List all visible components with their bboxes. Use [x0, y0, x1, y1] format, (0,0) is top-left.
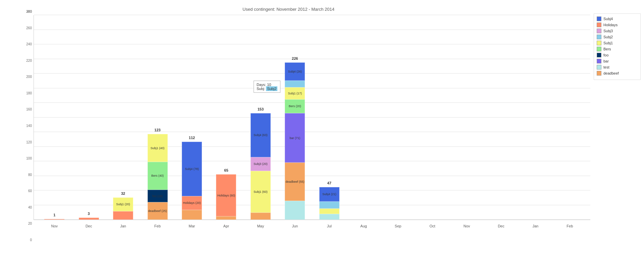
y-axis-label: 240	[26, 42, 32, 46]
x-axis-label: Jan	[106, 224, 140, 228]
bar-segment: bar (71)	[285, 113, 305, 163]
bar-segment: Bers (20)	[285, 99, 305, 113]
legend-color-box	[597, 53, 601, 57]
bar-stack[interactable]: 47Subj4 (21)	[319, 187, 339, 220]
y-axis-label: 60	[28, 189, 32, 193]
bar-stack[interactable]: 112Subj4 (78)Holidays (20)	[182, 142, 202, 220]
x-axis-label: Aug	[346, 224, 381, 228]
legend-label: deadbeef	[603, 71, 619, 75]
bars-container: 1332Subj1 (20)123Subj1 (40)Bers (40)foo …	[34, 15, 590, 220]
legend-item: foo	[597, 53, 638, 57]
x-axis-label: May	[244, 224, 278, 228]
bar-group	[381, 15, 415, 220]
bar-group	[484, 15, 518, 220]
bar-total-label: 123	[148, 128, 168, 132]
bar-total-label: 112	[182, 136, 202, 140]
bar-stack[interactable]: 153Subj4 (63)Subj3 (20)Subj1 (60)	[251, 113, 271, 220]
bar-group: 32Subj1 (20)	[106, 15, 140, 220]
legend-color-box	[597, 71, 601, 76]
plot-area: 1332Subj1 (20)123Subj1 (40)Bers (40)foo …	[34, 15, 590, 220]
x-axis-label: Jul	[312, 224, 346, 228]
y-axis-label: 160	[26, 107, 32, 111]
x-labels: NovDecJanFebMarAprMayJunJulAugSepOctNovD…	[34, 224, 590, 228]
bar-total-label: 47	[319, 181, 339, 185]
y-axis-label: 40	[28, 205, 32, 209]
legend-item: test	[597, 65, 638, 70]
bar-group	[553, 15, 587, 220]
legend-label: Subj1	[603, 41, 613, 45]
legend-color-box	[597, 23, 601, 27]
y-axis-label: 0	[30, 238, 32, 242]
legend-item: Subj1	[597, 41, 638, 45]
bar-total-label: 32	[113, 191, 133, 195]
x-axis-label: Jun	[278, 224, 312, 228]
chart-container: Used contingent: November 2012 - March 2…	[0, 0, 644, 263]
x-axis-label: Dec	[71, 224, 106, 228]
bar-segment	[285, 81, 305, 88]
bar-segment: Bers (40)	[148, 162, 168, 190]
bar-segment: Subj4 (63)	[251, 113, 271, 157]
legend-item: Bers	[597, 47, 638, 51]
bar-stack[interactable]: 32Subj1 (20)	[113, 198, 133, 220]
bar-group: 153Subj4 (63)Subj3 (20)Subj1 (60)	[244, 15, 278, 220]
legend-item: Subj4	[597, 16, 638, 21]
bar-segment: Holidays (20)	[182, 196, 202, 210]
legend-color-box	[597, 59, 601, 63]
legend-color-box	[597, 41, 601, 45]
bar-group	[518, 15, 552, 220]
bar-segment: Subj4 (26)	[285, 62, 305, 81]
bar-segment: deadbeef (55)	[285, 163, 305, 201]
legend-color-box	[597, 35, 601, 39]
legend-label: Bers	[603, 47, 611, 51]
legend-color-box	[597, 16, 601, 21]
bar-segment	[113, 211, 133, 220]
bar-segment: Subj4 (21)	[319, 187, 339, 202]
bar-segment: deadbeef (25)	[148, 202, 168, 220]
legend: Subj4HolidaysSubj3Subj2Subj1Bersfoobarte…	[594, 13, 641, 80]
bar-total-label: 1	[44, 213, 64, 217]
bar-total-label: 65	[216, 168, 236, 172]
bar-segment: Subj1 (17)	[285, 87, 305, 99]
chart-title: Used contingent: November 2012 - March 2…	[20, 7, 590, 12]
x-axis-label: Feb	[553, 224, 587, 228]
legend-item: Holidays	[597, 23, 638, 27]
x-axis-label: Jan	[518, 224, 552, 228]
legend-item: Subj3	[597, 29, 638, 33]
bar-segment: foo (18)	[148, 190, 168, 202]
bar-stack[interactable]: 226Subj4 (26)Subj1 (17)Bers (20)bar (71)…	[285, 62, 305, 220]
bar-group: 112Subj4 (78)Holidays (20)	[175, 15, 209, 220]
legend-label: bar	[603, 59, 609, 63]
y-axis-label: 140	[26, 124, 32, 128]
y-axis: 0204060801001201401601802002202402602803…	[20, 15, 34, 244]
legend-label: Subj4	[603, 17, 613, 21]
y-axis-labels: 0204060801001201401601802002202402602803…	[20, 15, 34, 244]
bar-segment	[44, 219, 64, 220]
x-axis-label: Nov	[37, 224, 71, 228]
x-axis-label: Mar	[175, 224, 209, 228]
bar-stack[interactable]: 123Subj1 (40)Bers (40)foo (18)deadbeef (…	[148, 134, 168, 220]
bar-segment	[319, 214, 339, 220]
chart-area: 0204060801001201401601802002202402602803…	[20, 15, 590, 244]
bar-group: 65Holidays (60)	[209, 15, 243, 220]
bar-stack[interactable]: 3	[79, 218, 99, 220]
y-axis-label: 100	[26, 157, 32, 160]
y-axis-label: 80	[28, 173, 32, 176]
bar-segment: Subj1 (20)	[113, 198, 133, 211]
y-axis-label: 220	[26, 58, 32, 62]
legend-item: deadbeef	[597, 71, 638, 76]
legend-label: Holidays	[603, 23, 618, 27]
x-axis-label: Nov	[449, 224, 484, 228]
bar-group: 47Subj4 (21)	[312, 15, 346, 220]
legend-item: bar	[597, 59, 638, 63]
x-axis-label: Sep	[381, 224, 415, 228]
bar-stack[interactable]: 65Holidays (60)	[216, 174, 236, 220]
y-axis-label: 300	[26, 10, 32, 13]
bar-segment	[216, 216, 236, 220]
bar-segment	[319, 209, 339, 214]
bar-segment: Subj3 (20)	[251, 157, 271, 171]
y-axis-label: 20	[28, 222, 32, 225]
bar-stack[interactable]: 1	[44, 219, 64, 220]
bar-segment	[319, 202, 339, 209]
legend-label: Subj3	[603, 29, 613, 33]
bar-group	[346, 15, 381, 220]
